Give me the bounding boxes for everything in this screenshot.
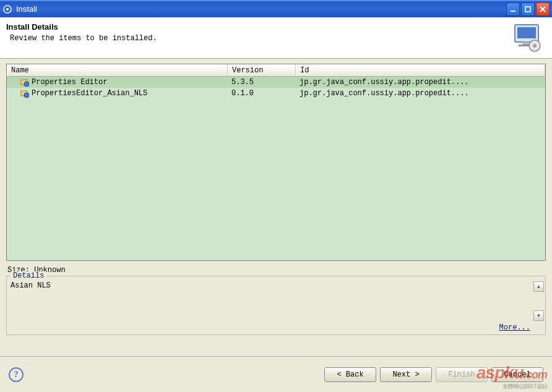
help-button[interactable]: ? (9, 367, 24, 382)
row-id: jp.gr.java_conf.ussiy.app.propedit.... (296, 89, 545, 98)
table-row[interactable]: Properties Editor 5.3.5 jp.gr.java_conf.… (7, 77, 545, 88)
titlebar: Install (0, 0, 552, 17)
back-button[interactable]: < Back (324, 367, 376, 382)
table-header-row: Name Version Id (7, 64, 545, 77)
column-header-version[interactable]: Version (228, 64, 296, 76)
feature-icon (20, 89, 29, 98)
install-table: Name Version Id Properties Editor 5.3.5 … (6, 64, 546, 261)
svg-rect-7 (517, 27, 536, 38)
content-area: Name Version Id Properties Editor 5.3.5 … (0, 59, 552, 263)
scroll-down-icon[interactable]: ▼ (533, 310, 544, 321)
feature-icon (20, 78, 29, 87)
banner-subtitle: Review the items to be installed. (10, 34, 511, 43)
row-version: 5.3.5 (228, 78, 296, 87)
svg-rect-3 (525, 7, 530, 12)
install-icon (511, 22, 545, 52)
finish-button: Finish (436, 367, 488, 382)
svg-point-15 (24, 93, 29, 98)
next-button[interactable]: Next > (380, 367, 432, 382)
table-body[interactable]: Properties Editor 5.3.5 jp.gr.java_conf.… (7, 77, 545, 260)
row-version: 0.1.0 (228, 89, 296, 98)
banner-title: Install Details (6, 22, 511, 32)
app-icon (2, 4, 12, 14)
svg-point-11 (533, 44, 537, 48)
footer-bar: ? < Back Next > Finish Cancel (0, 356, 552, 392)
close-button[interactable] (536, 2, 550, 16)
row-id: jp.gr.java_conf.ussiy.app.propedit.... (296, 78, 545, 87)
details-text: Asian NLS (11, 281, 532, 317)
table-row[interactable]: PropertiesEditor_Asian_NLS 0.1.0 jp.gr.j… (7, 88, 545, 99)
column-header-id[interactable]: Id (296, 64, 545, 76)
row-name: PropertiesEditor_Asian_NLS (32, 89, 147, 98)
maximize-button[interactable] (521, 2, 535, 16)
details-section: Details Asian NLS ▲ ▼ More... (6, 276, 546, 335)
window-title: Install (16, 4, 506, 14)
more-link[interactable]: More... (499, 323, 530, 332)
row-name: Properties Editor (32, 78, 107, 87)
svg-point-1 (6, 8, 9, 11)
column-header-name[interactable]: Name (7, 64, 228, 76)
size-line: Size: Unknown (0, 263, 552, 276)
details-legend: Details (11, 271, 46, 280)
cancel-button[interactable]: Cancel (491, 367, 543, 382)
svg-point-13 (24, 82, 29, 87)
details-scrollbar[interactable]: ▲ ▼ (533, 281, 544, 321)
minimize-button[interactable] (506, 2, 520, 16)
window-controls (506, 2, 550, 16)
wizard-banner: Install Details Review the items to be i… (0, 17, 552, 59)
scroll-up-icon[interactable]: ▲ (533, 281, 544, 292)
